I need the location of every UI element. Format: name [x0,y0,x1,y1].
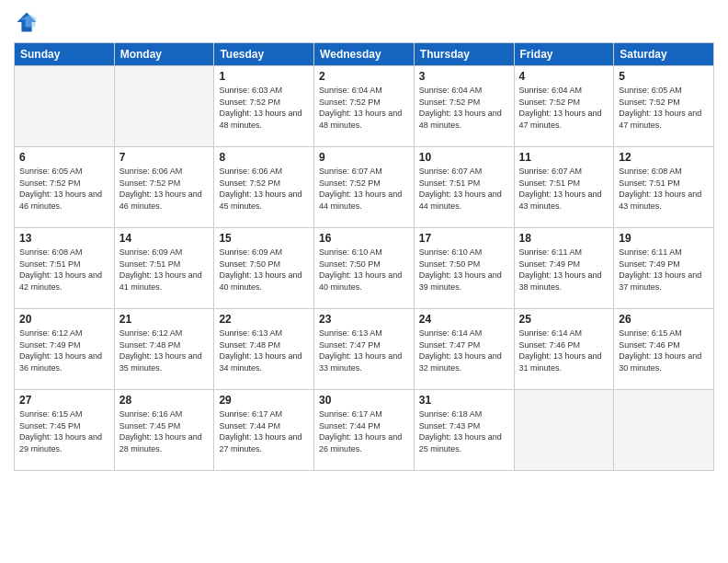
day-info: Sunrise: 6:05 AMSunset: 7:52 PMDaylight:… [19,166,109,212]
day-number: 24 [419,313,509,326]
logo-icon [14,9,40,35]
day-info: Sunrise: 6:04 AMSunset: 7:52 PMDaylight:… [319,85,409,131]
day-info: Sunrise: 6:11 AMSunset: 7:49 PMDaylight:… [619,247,709,293]
day-info: Sunrise: 6:18 AMSunset: 7:43 PMDaylight:… [419,408,509,454]
calendar-week-1: 1Sunrise: 6:03 AMSunset: 7:52 PMDaylight… [15,66,714,147]
day-number: 29 [219,394,309,407]
day-info: Sunrise: 6:12 AMSunset: 7:49 PMDaylight:… [19,327,109,373]
day-number: 9 [319,151,409,164]
weekday-header-saturday: Saturday [614,43,714,66]
day-info: Sunrise: 6:13 AMSunset: 7:48 PMDaylight:… [219,327,309,373]
day-number: 13 [19,232,109,245]
day-number: 23 [319,313,409,326]
calendar-week-5: 27Sunrise: 6:15 AMSunset: 7:45 PMDayligh… [15,390,714,471]
weekday-header-tuesday: Tuesday [214,43,314,66]
day-info: Sunrise: 6:07 AMSunset: 7:52 PMDaylight:… [319,166,409,212]
calendar-cell: 5Sunrise: 6:05 AMSunset: 7:52 PMDaylight… [614,66,714,147]
day-number: 31 [419,394,509,407]
calendar-cell: 19Sunrise: 6:11 AMSunset: 7:49 PMDayligh… [614,228,714,309]
calendar-cell: 20Sunrise: 6:12 AMSunset: 7:49 PMDayligh… [15,309,115,390]
day-number: 21 [119,313,210,326]
day-info: Sunrise: 6:12 AMSunset: 7:48 PMDaylight:… [119,327,210,373]
day-info: Sunrise: 6:03 AMSunset: 7:52 PMDaylight:… [219,85,309,131]
calendar-cell: 8Sunrise: 6:06 AMSunset: 7:52 PMDaylight… [214,147,314,228]
calendar-week-3: 13Sunrise: 6:08 AMSunset: 7:51 PMDayligh… [15,228,714,309]
calendar-cell: 24Sunrise: 6:14 AMSunset: 7:47 PMDayligh… [414,309,514,390]
calendar-week-2: 6Sunrise: 6:05 AMSunset: 7:52 PMDaylight… [15,147,714,228]
day-info: Sunrise: 6:10 AMSunset: 7:50 PMDaylight:… [419,247,509,293]
logo [14,9,43,35]
calendar-cell: 3Sunrise: 6:04 AMSunset: 7:52 PMDaylight… [414,66,514,147]
day-number: 26 [619,313,709,326]
day-number: 22 [219,313,309,326]
day-number: 16 [319,232,409,245]
day-info: Sunrise: 6:08 AMSunset: 7:51 PMDaylight:… [19,247,109,293]
day-info: Sunrise: 6:05 AMSunset: 7:52 PMDaylight:… [619,85,709,131]
day-info: Sunrise: 6:07 AMSunset: 7:51 PMDaylight:… [519,166,609,212]
day-number: 18 [519,232,609,245]
day-info: Sunrise: 6:13 AMSunset: 7:47 PMDaylight:… [319,327,409,373]
calendar-cell: 14Sunrise: 6:09 AMSunset: 7:51 PMDayligh… [114,228,214,309]
day-info: Sunrise: 6:09 AMSunset: 7:51 PMDaylight:… [119,247,210,293]
calendar-cell: 12Sunrise: 6:08 AMSunset: 7:51 PMDayligh… [614,147,714,228]
day-info: Sunrise: 6:11 AMSunset: 7:49 PMDaylight:… [519,247,609,293]
day-info: Sunrise: 6:06 AMSunset: 7:52 PMDaylight:… [219,166,309,212]
day-number: 28 [119,394,210,407]
day-number: 17 [419,232,509,245]
day-info: Sunrise: 6:15 AMSunset: 7:45 PMDaylight:… [19,408,109,454]
day-number: 2 [319,70,409,83]
day-info: Sunrise: 6:16 AMSunset: 7:45 PMDaylight:… [119,408,210,454]
calendar-cell: 23Sunrise: 6:13 AMSunset: 7:47 PMDayligh… [314,309,415,390]
calendar-cell: 28Sunrise: 6:16 AMSunset: 7:45 PMDayligh… [114,390,214,471]
calendar-cell: 10Sunrise: 6:07 AMSunset: 7:51 PMDayligh… [414,147,514,228]
day-number: 3 [419,70,509,83]
calendar-cell: 1Sunrise: 6:03 AMSunset: 7:52 PMDaylight… [214,66,314,147]
calendar-cell: 13Sunrise: 6:08 AMSunset: 7:51 PMDayligh… [15,228,115,309]
day-number: 5 [619,70,709,83]
day-number: 12 [619,151,709,164]
weekday-header-sunday: Sunday [15,43,115,66]
calendar-cell: 29Sunrise: 6:17 AMSunset: 7:44 PMDayligh… [214,390,314,471]
day-number: 19 [619,232,709,245]
calendar-cell: 17Sunrise: 6:10 AMSunset: 7:50 PMDayligh… [414,228,514,309]
calendar-cell: 22Sunrise: 6:13 AMSunset: 7:48 PMDayligh… [214,309,314,390]
weekday-header-thursday: Thursday [414,43,514,66]
calendar-cell: 9Sunrise: 6:07 AMSunset: 7:52 PMDaylight… [314,147,415,228]
calendar-cell: 6Sunrise: 6:05 AMSunset: 7:52 PMDaylight… [15,147,115,228]
calendar-cell: 7Sunrise: 6:06 AMSunset: 7:52 PMDaylight… [114,147,214,228]
calendar-cell: 18Sunrise: 6:11 AMSunset: 7:49 PMDayligh… [514,228,614,309]
calendar-cell: 4Sunrise: 6:04 AMSunset: 7:52 PMDaylight… [514,66,614,147]
day-number: 11 [519,151,609,164]
calendar-table: SundayMondayTuesdayWednesdayThursdayFrid… [14,42,714,471]
day-info: Sunrise: 6:07 AMSunset: 7:51 PMDaylight:… [419,166,509,212]
day-number: 8 [219,151,309,164]
day-info: Sunrise: 6:17 AMSunset: 7:44 PMDaylight:… [219,408,309,454]
calendar-cell: 21Sunrise: 6:12 AMSunset: 7:48 PMDayligh… [114,309,214,390]
calendar-cell: 27Sunrise: 6:15 AMSunset: 7:45 PMDayligh… [15,390,115,471]
calendar-cell: 30Sunrise: 6:17 AMSunset: 7:44 PMDayligh… [314,390,415,471]
day-number: 7 [119,151,210,164]
calendar-cell: 2Sunrise: 6:04 AMSunset: 7:52 PMDaylight… [314,66,415,147]
page-header [14,9,714,35]
day-info: Sunrise: 6:17 AMSunset: 7:44 PMDaylight:… [319,408,409,454]
day-number: 27 [19,394,109,407]
calendar-cell: 25Sunrise: 6:14 AMSunset: 7:46 PMDayligh… [514,309,614,390]
day-number: 20 [19,313,109,326]
day-info: Sunrise: 6:14 AMSunset: 7:46 PMDaylight:… [519,327,609,373]
calendar-cell [114,66,214,147]
day-number: 4 [519,70,609,83]
calendar-cell [514,390,614,471]
weekday-header-wednesday: Wednesday [314,43,415,66]
calendar-cell [614,390,714,471]
day-info: Sunrise: 6:10 AMSunset: 7:50 PMDaylight:… [319,247,409,293]
day-info: Sunrise: 6:15 AMSunset: 7:46 PMDaylight:… [619,327,709,373]
day-info: Sunrise: 6:04 AMSunset: 7:52 PMDaylight:… [519,85,609,131]
weekday-header-row: SundayMondayTuesdayWednesdayThursdayFrid… [15,43,714,66]
weekday-header-friday: Friday [514,43,614,66]
calendar-cell: 16Sunrise: 6:10 AMSunset: 7:50 PMDayligh… [314,228,415,309]
day-number: 15 [219,232,309,245]
calendar-cell: 15Sunrise: 6:09 AMSunset: 7:50 PMDayligh… [214,228,314,309]
weekday-header-monday: Monday [114,43,214,66]
day-number: 30 [319,394,409,407]
day-info: Sunrise: 6:14 AMSunset: 7:47 PMDaylight:… [419,327,509,373]
